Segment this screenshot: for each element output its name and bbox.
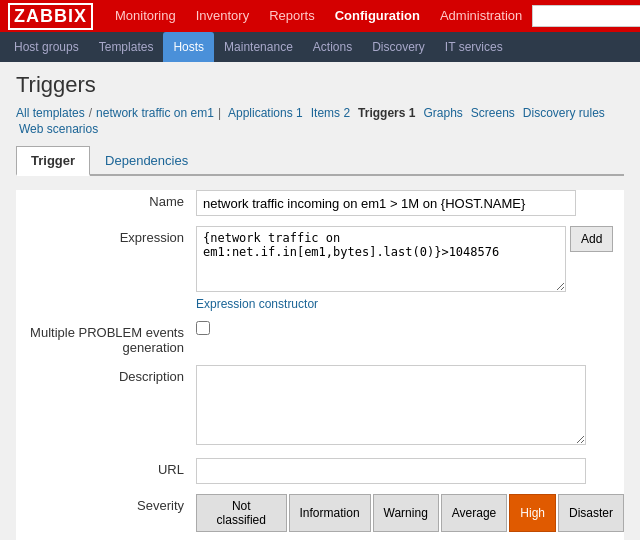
severity-row: Severity Not classified Information Warn…: [16, 494, 624, 532]
description-label: Description: [16, 365, 196, 384]
nav-host-groups[interactable]: Host groups: [4, 32, 89, 62]
expression-constructor-link[interactable]: Expression constructor: [196, 297, 318, 311]
severity-label: Severity: [16, 494, 196, 513]
name-control: [196, 190, 624, 216]
breadcrumb-items[interactable]: Items 2: [308, 106, 353, 120]
multiple-problem-row: Multiple PROBLEM events generation: [16, 321, 624, 355]
expression-textarea[interactable]: {network traffic on em1:net.if.in[em1,by…: [196, 226, 566, 292]
trigger-form: Name Expression {network traffic on em1:…: [16, 190, 624, 540]
breadcrumb-sep2: |: [218, 106, 221, 120]
severity-buttons: Not classified Information Warning Avera…: [196, 494, 624, 532]
severity-average[interactable]: Average: [441, 494, 507, 532]
search-input[interactable]: [532, 5, 640, 27]
breadcrumb-applications[interactable]: Applications 1: [225, 106, 306, 120]
description-textarea[interactable]: [196, 365, 586, 445]
tab-dependencies[interactable]: Dependencies: [90, 146, 203, 176]
nav-inventory[interactable]: Inventory: [186, 0, 259, 32]
severity-control: Not classified Information Warning Avera…: [196, 494, 624, 532]
severity-high[interactable]: High: [509, 494, 556, 532]
multiple-problem-label: Multiple PROBLEM events generation: [16, 321, 196, 355]
severity-warning[interactable]: Warning: [373, 494, 439, 532]
expression-textarea-row: {network traffic on em1:net.if.in[em1,by…: [196, 226, 624, 292]
breadcrumb-graphs[interactable]: Graphs: [420, 106, 465, 120]
tabs: Trigger Dependencies: [16, 146, 624, 176]
nav-actions[interactable]: Actions: [303, 32, 362, 62]
expression-control: {network traffic on em1:net.if.in[em1,by…: [196, 226, 624, 311]
description-control: [196, 365, 624, 448]
nav-reports[interactable]: Reports: [259, 0, 325, 32]
nav-monitoring[interactable]: Monitoring: [105, 0, 186, 32]
tab-trigger[interactable]: Trigger: [16, 146, 90, 176]
nav-discovery[interactable]: Discovery: [362, 32, 435, 62]
url-label: URL: [16, 458, 196, 477]
nav-configuration[interactable]: Configuration: [325, 0, 430, 32]
name-label: Name: [16, 190, 196, 209]
url-row: URL: [16, 458, 624, 484]
multiple-problem-checkbox[interactable]: [196, 321, 210, 335]
description-row: Description: [16, 365, 624, 448]
url-input[interactable]: [196, 458, 586, 484]
search-box: 🔍: [532, 5, 640, 27]
nav-administration[interactable]: Administration: [430, 0, 532, 32]
breadcrumb-sep1: /: [89, 106, 92, 120]
add-expression-button[interactable]: Add: [570, 226, 613, 252]
severity-information[interactable]: Information: [289, 494, 371, 532]
breadcrumb-network-traffic[interactable]: network traffic on em1: [96, 106, 214, 120]
url-control: [196, 458, 624, 484]
breadcrumb-screens[interactable]: Screens: [468, 106, 518, 120]
page-title: Triggers: [16, 72, 624, 98]
nav-templates[interactable]: Templates: [89, 32, 164, 62]
logo: ZABBIX: [8, 3, 93, 30]
name-row: Name: [16, 190, 624, 216]
severity-not-classified[interactable]: Not classified: [196, 494, 287, 532]
name-input[interactable]: [196, 190, 576, 216]
severity-disaster[interactable]: Disaster: [558, 494, 624, 532]
second-navigation: Host groups Templates Hosts Maintenance …: [0, 32, 640, 62]
multiple-problem-control: [196, 321, 624, 338]
breadcrumb: All templates / network traffic on em1 |…: [16, 106, 624, 136]
breadcrumb-triggers[interactable]: Triggers 1: [355, 106, 418, 120]
expression-row: Expression {network traffic on em1:net.i…: [16, 226, 624, 311]
breadcrumb-discovery-rules[interactable]: Discovery rules: [520, 106, 608, 120]
expression-label: Expression: [16, 226, 196, 245]
breadcrumb-web-scenarios[interactable]: Web scenarios: [16, 122, 101, 136]
nav-maintenance[interactable]: Maintenance: [214, 32, 303, 62]
nav-hosts[interactable]: Hosts: [163, 32, 214, 62]
breadcrumb-all-templates[interactable]: All templates: [16, 106, 85, 120]
top-navigation: ZABBIX Monitoring Inventory Reports Conf…: [0, 0, 640, 32]
page-content: Triggers All templates / network traffic…: [0, 62, 640, 540]
nav-it-services[interactable]: IT services: [435, 32, 513, 62]
